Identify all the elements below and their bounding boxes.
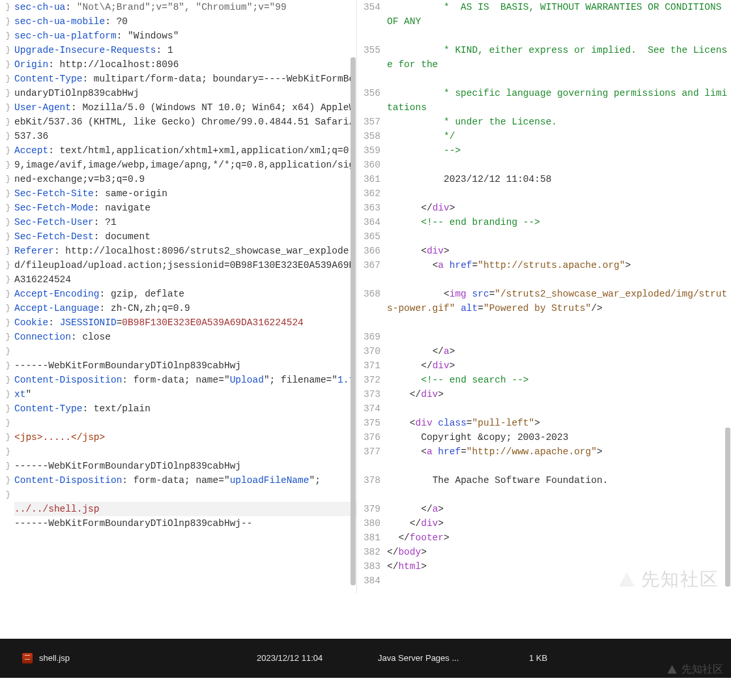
response-line: <a href="http://struts.apache.org"> bbox=[387, 258, 731, 287]
file-name: shell.jsp bbox=[39, 651, 70, 665]
right-scrollbar-thumb[interactable] bbox=[725, 428, 730, 587]
request-line bbox=[14, 488, 356, 502]
watermark-footer: 先知社区 bbox=[666, 662, 723, 677]
response-line: <img src="/struts2_showcase_war_exploded… bbox=[387, 287, 731, 344]
request-line: User-Agent: Mozilla/5.0 (Windows NT 10.0… bbox=[14, 100, 356, 143]
editor-split-view: }}}}}}}}}}}}}}}}}}}}}}}}}}}}}}}}}}} sec-… bbox=[0, 0, 731, 593]
response-line bbox=[387, 574, 731, 588]
request-line: Sec-Fetch-Mode: navigate bbox=[14, 201, 356, 215]
request-line: ------WebKitFormBoundaryDTiOlnp839cabHwj bbox=[14, 459, 356, 473]
request-line: Sec-Fetch-Site: same-origin bbox=[14, 186, 356, 201]
request-line: Content-Type: multipart/form-data; bound… bbox=[14, 72, 356, 100]
response-line: */ bbox=[387, 129, 731, 143]
request-line: ------WebKitFormBoundaryDTiOlnp839cabHwj… bbox=[14, 516, 356, 531]
request-line: Origin: http://localhost:8096 bbox=[14, 57, 356, 72]
request-line: Accept-Encoding: gzip, deflate bbox=[14, 287, 356, 301]
request-line: Referer: http://localhost:8096/struts2_s… bbox=[14, 244, 356, 287]
response-line bbox=[387, 229, 731, 244]
right-gutter: 3543553563573583593603613623633643653663… bbox=[357, 0, 386, 593]
request-line: Connection: close bbox=[14, 330, 356, 344]
response-line: </a> bbox=[387, 344, 731, 358]
file-list-row[interactable]: shell.jsp 2023/12/12 11:04 Java Server P… bbox=[0, 639, 731, 678]
response-line: </div> bbox=[387, 387, 731, 401]
request-line: Sec-Fetch-Dest: document bbox=[14, 229, 356, 244]
request-line: Content-Type: text/plain bbox=[14, 401, 356, 416]
file-name-cell: shell.jsp bbox=[22, 651, 257, 665]
request-line: Accept: text/html,application/xhtml+xml,… bbox=[14, 143, 356, 186]
request-line: sec-ch-ua: "Not\A;Brand";v="8", "Chromiu… bbox=[14, 0, 356, 14]
request-code[interactable]: sec-ch-ua: "Not\A;Brand";v="8", "Chromiu… bbox=[12, 0, 356, 593]
request-line: Content-Disposition: form-data; name="Up… bbox=[14, 373, 356, 401]
request-line: sec-ch-ua-platform: "Windows" bbox=[14, 29, 356, 43]
response-line: </footer> bbox=[387, 531, 731, 545]
response-line: </div> bbox=[387, 358, 731, 373]
response-line: </div> bbox=[387, 516, 731, 531]
request-line: Upgrade-Insecure-Requests: 1 bbox=[14, 43, 356, 57]
left-gutter: }}}}}}}}}}}}}}}}}}}}}}}}}}}}}}}}}}} bbox=[0, 0, 12, 593]
request-line bbox=[14, 416, 356, 430]
left-scrollbar-thumb[interactable] bbox=[351, 57, 356, 585]
response-line bbox=[387, 158, 731, 172]
request-line: <jps>.....</jsp> bbox=[14, 430, 356, 445]
response-line: * KIND, either express or implied. See t… bbox=[387, 43, 731, 86]
response-line: </div> bbox=[387, 201, 731, 215]
response-line: <div class="pull-left"> bbox=[387, 416, 731, 430]
response-line: <a href="http://www.apache.org"> bbox=[387, 445, 731, 473]
response-line: * under the License. bbox=[387, 115, 731, 129]
request-line bbox=[14, 344, 356, 358]
file-size: 1 KB bbox=[529, 651, 607, 665]
response-line: * specific language governing permission… bbox=[387, 86, 731, 115]
pane-resize-handle[interactable]: ⋮⋮ bbox=[349, 289, 356, 304]
response-line: Copyright &copy; 2003-2023 bbox=[387, 430, 731, 445]
file-type: Java Server Pages ... bbox=[378, 651, 529, 665]
request-pane: }}}}}}}}}}}}}}}}}}}}}}}}}}}}}}}}}}} sec-… bbox=[0, 0, 357, 593]
response-line bbox=[387, 401, 731, 416]
response-line: * AS IS BASIS, WITHOUT WARRANTIES OR CON… bbox=[387, 0, 731, 43]
request-line: ../../shell.jsp bbox=[14, 502, 356, 516]
request-line: Content-Disposition: form-data; name="up… bbox=[14, 473, 356, 488]
request-line: ------WebKitFormBoundaryDTiOlnp839cabHwj bbox=[14, 358, 356, 373]
response-line: <!-- end branding --> bbox=[387, 215, 731, 229]
response-line: 2023/12/12 11:04:58 bbox=[387, 172, 731, 186]
response-line: </html> bbox=[387, 559, 731, 574]
response-line bbox=[387, 186, 731, 201]
response-line: The Apache Software Foundation. bbox=[387, 473, 731, 502]
file-date: 2023/12/12 11:04 bbox=[257, 651, 378, 665]
response-line: <!-- end search --> bbox=[387, 373, 731, 387]
response-line: </body> bbox=[387, 545, 731, 559]
request-line bbox=[14, 445, 356, 459]
response-code[interactable]: * AS IS BASIS, WITHOUT WARRANTIES OR CON… bbox=[386, 0, 731, 593]
request-line: sec-ch-ua-mobile: ?0 bbox=[14, 14, 356, 29]
response-pane: 3543553563573583593603613623633643653663… bbox=[357, 0, 731, 593]
response-line: </a> bbox=[387, 502, 731, 516]
response-line: <div> bbox=[387, 244, 731, 258]
request-line: Sec-Fetch-User: ?1 bbox=[14, 215, 356, 229]
response-line: --> bbox=[387, 143, 731, 158]
jsp-file-icon bbox=[22, 653, 33, 664]
request-line: Accept-Language: zh-CN,zh;q=0.9 bbox=[14, 301, 356, 315]
request-line: Cookie: JSESSIONID=0B98F130E323E0A539A69… bbox=[14, 315, 356, 330]
